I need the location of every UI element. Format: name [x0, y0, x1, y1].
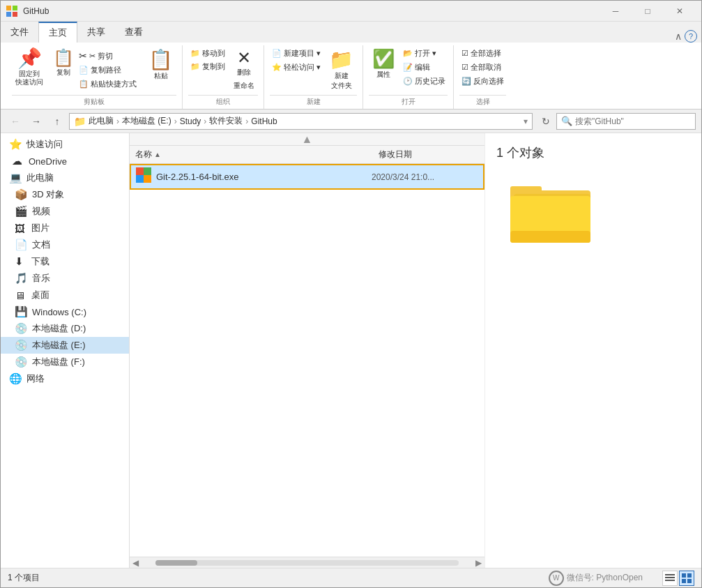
sidebar-item-pictures[interactable]: 🖼 图片 — [1, 220, 129, 236]
sidebar-item-thispc[interactable]: 💻 此电脑 — [1, 169, 129, 186]
scroll-track — [155, 560, 459, 566]
search-icon: 🔍 — [561, 116, 572, 126]
file-name: Git-2.25.1-64-bit.exe — [156, 172, 372, 182]
select-none-icon: ☑ — [461, 63, 468, 72]
table-row[interactable]: Git-2.25.1-64-bit.exe 2020/3/24 21:0... — [130, 164, 484, 190]
detail-view-button[interactable] — [679, 571, 694, 586]
maximize-button[interactable]: □ — [632, 1, 664, 22]
move-to-button[interactable]: 📁 移动到 — [188, 47, 227, 59]
search-input[interactable] — [575, 116, 691, 126]
preview-pane: 1 个对象 — [485, 133, 701, 568]
tab-file[interactable]: 文件 — [1, 22, 38, 43]
quickaccess-icon: ⭐ — [9, 138, 22, 151]
sidebar-item-music[interactable]: 🎵 音乐 — [1, 270, 129, 287]
sidebar-label-pictures: 图片 — [31, 222, 49, 234]
sidebar-item-drive-e[interactable]: 💿 本地磁盘 (E:) — [1, 337, 129, 354]
sidebar-label-onedrive: OneDrive — [29, 156, 67, 167]
edit-button[interactable]: 📝 编辑 — [401, 61, 448, 73]
tab-home[interactable]: 主页 — [38, 22, 77, 43]
horizontal-scrollbar[interactable]: ◀ ▶ — [130, 557, 484, 568]
properties-button[interactable]: ✅ 属性 — [369, 47, 398, 81]
paste-shortcut-icon: 📋 — [79, 80, 89, 89]
cut-button[interactable]: ✂ ✂ 剪切 — [77, 50, 139, 62]
copy-button[interactable]: 📋 复制 ✂ ✂ 剪切 📄 复制路径 — [49, 47, 142, 91]
select-none-button[interactable]: ☑ 全部取消 — [459, 61, 506, 73]
paste-icon: 📋 — [148, 48, 173, 71]
rename-button[interactable]: 重命名 — [230, 80, 258, 92]
tab-share[interactable]: 共享 — [77, 22, 115, 43]
svg-rect-3 — [13, 12, 17, 17]
pin-to-quickaccess-button[interactable]: 📌 固定到快速访问 — [12, 47, 47, 88]
addr-part-github[interactable]: GitHub — [251, 116, 277, 126]
refresh-button[interactable]: ↻ — [538, 114, 554, 129]
tab-view[interactable]: 查看 — [115, 22, 153, 43]
sidebar-item-quickaccess[interactable]: ⭐ 快速访问 — [1, 136, 129, 153]
svg-rect-18 — [682, 579, 686, 583]
ribbon-up-icon[interactable]: ∧ — [672, 31, 685, 42]
history-button[interactable]: 🕑 历史记录 — [401, 75, 448, 87]
copy-path-icon: 📄 — [79, 66, 89, 75]
sidebar-label-drive-d: 本地磁盘 (D:) — [32, 322, 86, 335]
easy-access-button[interactable]: ⭐ 轻松访问 ▾ — [270, 61, 323, 73]
addr-part-computer[interactable]: 此电脑 — [89, 115, 114, 127]
rename-label: 重命名 — [234, 81, 254, 91]
address-box[interactable]: 📁 此电脑 › 本地磁盘 (E:) › Study › 软件安装 › GitHu… — [69, 113, 533, 130]
drive-d-icon: 💿 — [15, 322, 28, 335]
svg-rect-6 — [136, 175, 144, 183]
addr-part-drive[interactable]: 本地磁盘 (E:) — [122, 115, 171, 127]
new-item-button[interactable]: 📄 新建项目 ▾ — [270, 47, 323, 59]
paste-button[interactable]: 📋 粘贴 — [145, 47, 176, 82]
folder-large-icon — [510, 176, 594, 249]
sidebar-label-drive-c: Windows (C:) — [32, 307, 86, 317]
sidebar-item-onedrive[interactable]: ☁ OneDrive — [1, 153, 129, 169]
file-list-body: Git-2.25.1-64-bit.exe 2020/3/24 21:0... — [130, 164, 484, 557]
paste-shortcut-button[interactable]: 📋 粘贴快捷方式 — [77, 77, 139, 90]
file-list-header: 名称 ▲ 修改日期 — [130, 146, 484, 164]
delete-button[interactable]: ✕ 删除 — [230, 47, 258, 79]
scroll-right-button[interactable]: ▶ — [473, 558, 484, 568]
edit-icon: 📝 — [403, 63, 413, 72]
col-header-name[interactable]: 名称 ▲ — [130, 146, 373, 163]
sidebar-item-drive-d[interactable]: 💿 本地磁盘 (D:) — [1, 320, 129, 337]
sidebar-item-videos[interactable]: 🎬 视频 — [1, 203, 129, 220]
list-view-button[interactable] — [662, 571, 678, 586]
ribbon-group-new: 📄 新建项目 ▾ ⭐ 轻松访问 ▾ 📁 新建文件夹 新建 — [264, 45, 363, 109]
sidebar-item-documents[interactable]: 📄 文档 — [1, 236, 129, 253]
ribbon-help-icon[interactable]: ? — [685, 30, 697, 43]
explorer-icon — [6, 6, 17, 17]
sidebar-label-network: 网络 — [26, 372, 45, 385]
addr-part-software[interactable]: 软件安装 — [209, 115, 243, 127]
copy-to-button[interactable]: 📁 复制到 — [188, 60, 227, 73]
ribbon-tabs: 文件 主页 共享 查看 ∧ ? — [1, 22, 701, 43]
clipboard-label: 剪贴板 — [12, 95, 176, 109]
sidebar-item-downloads[interactable]: ⬇ 下载 — [1, 253, 129, 270]
minimize-button[interactable]: ─ — [600, 1, 632, 22]
sidebar-item-3dobjects[interactable]: 📦 3D 对象 — [1, 186, 129, 203]
copy-path-button[interactable]: 📄 复制路径 — [77, 63, 139, 76]
copy-label: 复制 — [56, 68, 70, 77]
close-button[interactable]: ✕ — [664, 1, 696, 22]
sidebar-label-videos: 视频 — [32, 205, 50, 218]
easy-access-icon: ⭐ — [272, 63, 282, 72]
col-header-date[interactable]: 修改日期 — [373, 146, 484, 163]
paste-label: 粘贴 — [154, 71, 168, 81]
select-all-button[interactable]: ☑ 全部选择 — [459, 47, 506, 59]
new-folder-button[interactable]: 📁 新建文件夹 — [326, 47, 357, 92]
back-button[interactable]: ← — [6, 112, 24, 130]
copy-to-label: 复制到 — [202, 61, 225, 72]
sidebar-item-drive-c[interactable]: 💾 Windows (C:) — [1, 303, 129, 320]
sidebar-item-drive-f[interactable]: 💿 本地磁盘 (F:) — [1, 354, 129, 370]
forward-button[interactable]: → — [27, 112, 45, 130]
invert-selection-button[interactable]: 🔄 反向选择 — [459, 75, 506, 87]
title-bar: GitHub ─ □ ✕ — [1, 1, 701, 22]
sidebar-item-network[interactable]: 🌐 网络 — [1, 370, 129, 387]
sidebar-item-desktop[interactable]: 🖥 桌面 — [1, 287, 129, 303]
open-button[interactable]: 📂 打开 ▾ — [401, 47, 448, 59]
up-button[interactable]: ↑ — [48, 112, 66, 130]
addr-part-study[interactable]: Study — [180, 116, 201, 126]
file-icon — [131, 167, 156, 186]
scroll-left-button[interactable]: ◀ — [130, 558, 142, 568]
ribbon-group-organize: 📁 移动到 📁 复制到 ✕ 删除 重命名 — [183, 45, 264, 109]
scroll-thumb[interactable] — [155, 560, 197, 566]
svg-rect-19 — [687, 579, 692, 583]
